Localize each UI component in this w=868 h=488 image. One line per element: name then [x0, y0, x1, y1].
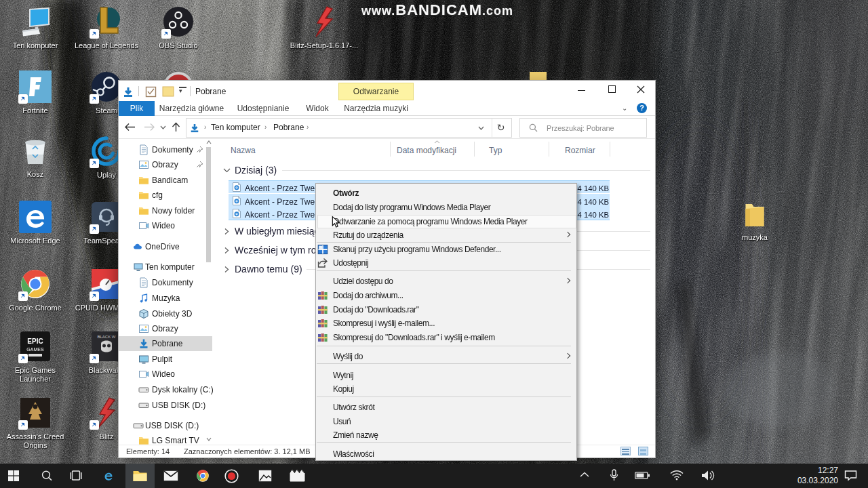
svg-text:BLACK W: BLACK W — [97, 335, 115, 339]
svg-text:GAMES: GAMES — [26, 347, 44, 352]
svg-text:EPIC: EPIC — [27, 338, 43, 345]
